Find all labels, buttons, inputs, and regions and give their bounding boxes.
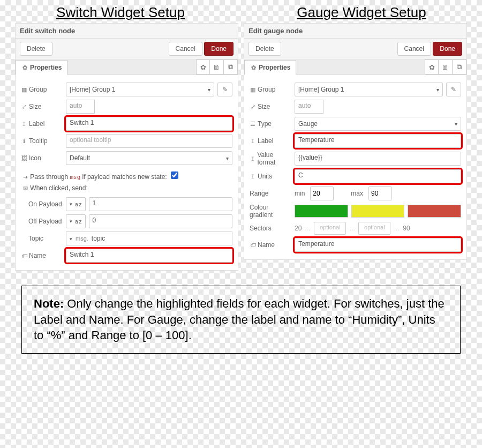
size-icon: ⤢ [250,103,256,110]
tag-icon: 🏷 [250,242,256,248]
edit-group-button[interactable]: ✎ [446,83,461,96]
gear-icon: ✿ [21,64,28,71]
tooltip-input[interactable]: optional tooltip [66,134,232,148]
arrow-right-icon: ➔ [22,174,28,181]
list-icon: ☰ [250,121,256,128]
note-text: Only change the highlighted fields for e… [34,297,445,342]
label-input[interactable]: Temperature [295,134,461,148]
properties-tab[interactable]: ✿ Properties [244,60,296,75]
grid-icon: ▦ [250,86,256,93]
text-cursor-icon: 𝙸 [250,155,255,162]
expand-icon[interactable]: ⧉ [453,59,466,74]
properties-tab[interactable]: ✿ Properties [16,60,67,75]
topic-input[interactable]: msg. topic [66,232,232,245]
text-cursor-icon: 𝙸 [21,121,27,128]
range-max-input[interactable] [368,186,392,200]
done-button[interactable]: Done [433,42,462,56]
done-button[interactable]: Done [204,42,234,56]
doc-icon[interactable]: 🗎 [210,59,224,74]
envelope-icon: ✉ [22,185,28,192]
on-payload-type[interactable]: az [66,197,86,211]
off-payload-label: Off Payload [21,218,63,225]
image-icon: 🖼 [21,155,27,161]
name-input[interactable]: Temperature [295,238,461,252]
range-min-input[interactable] [310,186,334,200]
colour-label: Colour gradient [250,204,291,219]
gear-icon: ✿ [250,64,257,71]
tag-icon: 🏷 [21,252,27,259]
note-box: Note: Only change the highlighted fields… [21,286,461,354]
range-label: Range [250,190,291,197]
passthrough-row: ➔ Pass through msg if payload matches ne… [21,168,232,183]
delete-button[interactable]: Delete [248,42,281,56]
icon-select[interactable]: Default [66,151,232,165]
gauge-panel: Edit gauge node Delete Cancel Done ✿ Pro… [244,23,467,260]
label-input[interactable]: Switch 1 [66,117,232,131]
grid-icon: ▦ [21,86,27,93]
sectors-label: Sectors [250,225,291,232]
colour-swatch-1[interactable] [295,205,348,218]
when-clicked-label: ✉ When clicked, send: [21,183,232,194]
colour-swatch-3[interactable] [408,205,461,218]
sector-opt-1[interactable]: optional [314,222,346,235]
on-payload-input[interactable]: 1 [89,197,232,211]
text-cursor-icon: 𝙸 [250,138,256,145]
doc-icon[interactable]: 🗎 [439,59,453,74]
group-select[interactable]: [Home] Group 1 [295,83,443,96]
note-bold: Note: [34,297,64,310]
switch-panel: Edit switch node Delete Cancel Done ✿ Pr… [15,23,238,271]
text-cursor-icon: 𝙸 [250,173,256,180]
cancel-button[interactable]: Cancel [397,42,431,56]
expand-icon[interactable]: ⧉ [224,59,238,74]
size-button[interactable]: auto [295,100,323,114]
settings-icon[interactable]: ✿ [196,59,210,74]
title-gauge: Gauge Widget Setup [241,4,482,21]
colour-swatch-2[interactable] [351,205,405,218]
passthrough-checkbox[interactable] [171,171,178,179]
switch-header: Edit switch node [16,24,238,39]
type-select[interactable]: Gauge [295,117,461,131]
delete-button[interactable]: Delete [20,42,52,56]
sector-opt-2[interactable]: optional [358,222,390,235]
cancel-button[interactable]: Cancel [169,42,202,56]
size-button[interactable]: auto [66,100,95,114]
value-format-input[interactable]: {{value}} [295,152,461,166]
info-icon: ℹ [21,138,27,145]
name-input[interactable]: Switch 1 [66,249,232,263]
topic-label: Topic [21,235,63,242]
off-payload-type[interactable]: az [66,214,86,228]
size-icon: ⤢ [21,103,27,110]
title-switch: Switch Widget Setup [0,4,241,21]
group-select[interactable]: [Home] Group 1 [66,83,214,96]
settings-icon[interactable]: ✿ [425,59,439,74]
on-payload-label: On Payload [21,200,63,208]
units-input[interactable]: C [295,169,461,183]
edit-group-button[interactable]: ✎ [217,83,232,96]
gauge-header: Edit gauge node [244,24,466,39]
off-payload-input[interactable]: 0 [89,214,232,228]
